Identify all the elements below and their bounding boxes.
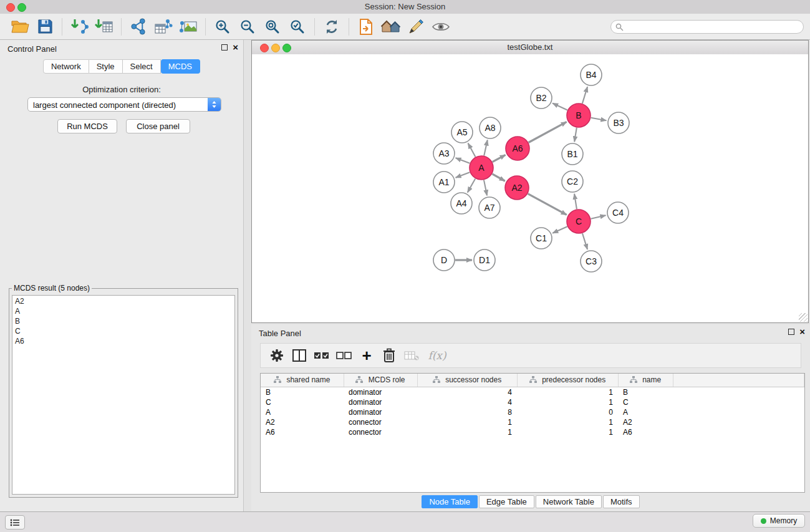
cell[interactable]: A [261, 407, 344, 417]
table-row[interactable]: A dominator 8 0 A [261, 407, 804, 417]
result-item[interactable]: A6 [15, 336, 232, 346]
column-header-predecessor-nodes[interactable]: predecessor nodes [517, 374, 618, 387]
graph-node-A2[interactable]: A2 [505, 176, 529, 200]
tab-motifs[interactable]: Motifs [603, 495, 640, 508]
tab-select[interactable]: Select [123, 59, 161, 74]
cell[interactable]: dominator [344, 407, 417, 417]
graph-edge-B-B2[interactable] [552, 103, 567, 110]
graph-node-A4[interactable]: A4 [451, 193, 472, 214]
graph-edge-B-B3[interactable] [591, 118, 607, 121]
graph-edge-B-B4[interactable] [582, 87, 587, 104]
zoom-selected-button[interactable] [285, 16, 310, 38]
export-image-button[interactable] [176, 16, 201, 38]
table-row[interactable]: A2 connector 1 1 A2 [261, 417, 804, 427]
graph-edge-A-A2[interactable] [492, 174, 504, 181]
table-row[interactable]: A6 connector 1 1 A6 [261, 427, 804, 437]
window-resize-grip[interactable] [799, 313, 808, 322]
float-panel-icon[interactable] [221, 44, 228, 51]
graph-edge-C-C3[interactable] [582, 233, 587, 249]
tab-node-table[interactable]: Node Table [422, 495, 478, 508]
delete-column-button[interactable] [378, 346, 400, 365]
cell[interactable]: A [618, 407, 673, 417]
cell[interactable]: 1 [417, 417, 517, 427]
cell[interactable]: 1 [517, 427, 618, 437]
add-column-button[interactable]: + [355, 346, 378, 365]
show-columns-button[interactable] [288, 346, 311, 365]
cell[interactable]: 0 [517, 407, 618, 417]
zoom-out-button[interactable] [235, 16, 260, 38]
delete-table-button[interactable] [400, 346, 423, 365]
home-views-button[interactable] [378, 16, 403, 38]
graph-node-C3[interactable]: C3 [581, 251, 602, 272]
graph-node-A3[interactable]: A3 [433, 143, 455, 164]
graph-node-B1[interactable]: B1 [562, 143, 583, 165]
show-hide-button[interactable] [428, 16, 453, 38]
column-header-name[interactable]: name [618, 374, 673, 387]
graph-node-D[interactable]: D [433, 249, 455, 271]
graph-edge-C-C1[interactable] [552, 226, 567, 233]
graph-edge-A-A8[interactable] [484, 140, 487, 156]
tab-style[interactable]: Style [89, 59, 123, 74]
zoom-in-button[interactable] [210, 16, 235, 38]
column-header-successor-nodes[interactable]: successor nodes [417, 374, 517, 387]
graph-node-A8[interactable]: A8 [480, 117, 501, 138]
graph-node-C2[interactable]: C2 [562, 171, 583, 192]
tab-mcds[interactable]: MCDS [161, 59, 200, 74]
float-table-panel-icon[interactable] [788, 329, 794, 335]
column-header-shared-name[interactable]: shared name [261, 374, 344, 387]
graph-edge-A-A5[interactable] [468, 143, 476, 157]
tab-edge-table[interactable]: Edge Table [479, 495, 534, 508]
criterion-dropdown[interactable]: largest connected component (directed) [27, 97, 221, 112]
tab-network[interactable]: Network [43, 59, 89, 74]
cell[interactable]: 1 [517, 387, 618, 398]
zoom-fit-button[interactable] [260, 16, 285, 38]
table-settings-button[interactable] [266, 346, 288, 365]
result-item[interactable]: C [15, 326, 232, 336]
task-history-button[interactable] [5, 515, 25, 530]
cell[interactable]: A6 [618, 427, 673, 437]
apply-style-button[interactable] [403, 16, 428, 38]
graph-node-B3[interactable]: B3 [608, 112, 629, 133]
select-all-button[interactable] [311, 346, 333, 365]
graph-node-C1[interactable]: C1 [531, 228, 552, 249]
graph-edge-A-A7[interactable] [484, 180, 487, 196]
memory-button[interactable]: Memory [753, 514, 805, 528]
column-header-mcds-role[interactable]: MCDS role [344, 374, 417, 387]
graph-edge-A-A6[interactable] [493, 155, 506, 162]
graph-node-A[interactable]: A [470, 156, 493, 180]
open-session-button[interactable] [7, 16, 32, 38]
graph-node-D1[interactable]: D1 [474, 249, 495, 271]
result-item[interactable]: A2 [15, 296, 232, 306]
tab-network-table[interactable]: Network Table [536, 495, 602, 508]
graph-edge-C-C2[interactable] [574, 194, 577, 209]
cell[interactable]: connector [344, 417, 417, 427]
run-mcds-button[interactable]: Run MCDS [57, 119, 117, 133]
cell[interactable]: A2 [261, 417, 344, 427]
graph-node-C[interactable]: C [567, 210, 591, 233]
mcds-result-list[interactable]: A2 A B C A6 [12, 295, 235, 495]
cell[interactable]: A2 [618, 417, 673, 427]
graph-node-A6[interactable]: A6 [506, 137, 529, 160]
network-canvas[interactable]: B4B2BB3A5A8A6B1A3AC2A1A2A4A7CC4C1C3DD1 [252, 54, 808, 322]
cell[interactable]: connector [344, 427, 417, 437]
table-row[interactable]: C dominator 4 1 C [261, 397, 804, 407]
graph-edge-A-A3[interactable] [456, 158, 470, 163]
graph-edge-A-A1[interactable] [456, 172, 470, 178]
graph-edge-A6-B[interactable] [529, 122, 567, 142]
graph-edge-A2-C[interactable] [528, 194, 567, 215]
function-builder-button[interactable]: f(x) [423, 346, 451, 365]
cell[interactable]: C [618, 397, 673, 407]
apply-layout-button[interactable] [319, 16, 344, 38]
cell[interactable]: 4 [417, 387, 517, 398]
graph-edge-B-B1[interactable] [574, 128, 577, 142]
cell[interactable]: B [261, 387, 344, 398]
cell[interactable]: 8 [417, 407, 517, 417]
graph-node-A5[interactable]: A5 [451, 122, 473, 143]
new-network-button[interactable] [126, 16, 151, 38]
export-table-button[interactable] [151, 16, 176, 38]
graph-node-A1[interactable]: A1 [433, 172, 455, 193]
close-panel-icon[interactable]: × [233, 44, 238, 51]
graph-node-C4[interactable]: C4 [607, 202, 629, 223]
cell[interactable]: A6 [261, 427, 344, 437]
table-row[interactable]: B dominator 4 1 B [261, 387, 804, 398]
